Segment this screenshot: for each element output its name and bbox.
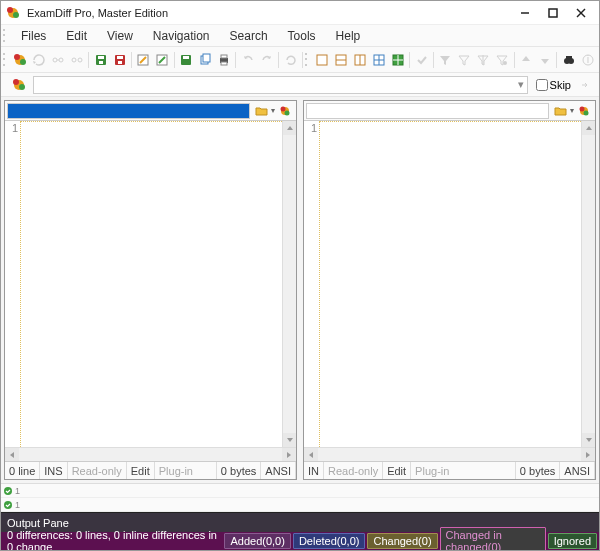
svg-point-58	[4, 501, 12, 509]
address-combo[interactable]: ▾	[33, 76, 528, 94]
status-ignored[interactable]: Ignored	[548, 533, 597, 549]
compare-icon[interactable]	[11, 50, 30, 70]
left-ins: INS	[40, 462, 67, 479]
svg-point-55	[580, 106, 585, 111]
map-row[interactable]: 1	[1, 484, 599, 498]
compare-small2-icon[interactable]	[276, 103, 294, 119]
skip-checkbox[interactable]	[536, 79, 548, 91]
scroll-down-icon[interactable]	[582, 433, 595, 447]
menu-search[interactable]: Search	[220, 26, 278, 46]
scroll-left-icon[interactable]	[5, 448, 19, 461]
unlink-icon[interactable]	[67, 50, 86, 70]
scroll-left-icon[interactable]	[304, 448, 318, 461]
scroll-right-icon[interactable]	[282, 448, 296, 461]
scroll-down-icon[interactable]	[283, 433, 296, 447]
go-icon[interactable]	[575, 75, 595, 95]
info-icon[interactable]: i	[578, 50, 597, 70]
pane-vert-icon[interactable]	[350, 50, 369, 70]
left-status-bar: 0 line INS Read-only Edit Plug-in 0 byte…	[5, 461, 296, 479]
output-pane-title: Output Pane	[7, 517, 69, 529]
menu-files[interactable]: Files	[11, 26, 56, 46]
scroll-right-icon[interactable]	[581, 448, 595, 461]
right-pane: ▾ 1 IN Read-only Edit Plug-in 0 bytes AN…	[303, 100, 596, 480]
svg-point-49	[13, 79, 19, 85]
undo-icon[interactable]	[238, 50, 257, 70]
link-icon[interactable]	[48, 50, 67, 70]
save2-icon[interactable]	[177, 50, 196, 70]
svg-point-9	[20, 59, 26, 65]
save-icon[interactable]	[91, 50, 110, 70]
right-scrollbar-v[interactable]	[581, 121, 595, 447]
folder-open-icon[interactable]	[552, 103, 570, 119]
redo-icon[interactable]	[257, 50, 276, 70]
svg-point-1	[7, 7, 13, 13]
sync-icon	[3, 486, 13, 496]
svg-point-52	[281, 106, 286, 111]
menu-navigation[interactable]: Navigation	[143, 26, 220, 46]
right-editor[interactable]: 1	[304, 121, 595, 447]
close-button[interactable]	[567, 3, 595, 23]
sync-icon	[3, 500, 13, 510]
left-edit[interactable]: Edit	[127, 462, 155, 479]
pane-quad-icon[interactable]	[369, 50, 388, 70]
svg-point-53	[285, 110, 290, 115]
menu-edit[interactable]: Edit	[56, 26, 97, 46]
pane-horiz-icon[interactable]	[332, 50, 351, 70]
right-textarea[interactable]	[320, 121, 581, 447]
filter1-icon[interactable]	[436, 50, 455, 70]
left-pane-header: ▾	[5, 101, 296, 121]
map-row[interactable]: 1	[1, 498, 599, 512]
scroll-up-icon[interactable]	[582, 121, 595, 135]
print-icon[interactable]	[215, 50, 234, 70]
copy-icon[interactable]	[196, 50, 215, 70]
filter3-icon[interactable]	[474, 50, 493, 70]
status-added[interactable]: Added(0,0)	[224, 533, 290, 549]
edit-icon[interactable]	[134, 50, 153, 70]
pane-green-icon[interactable]	[388, 50, 407, 70]
menu-tools[interactable]: Tools	[278, 26, 326, 46]
left-scrollbar-v[interactable]	[282, 121, 296, 447]
map-row-label: 1	[15, 486, 20, 496]
compare-small-icon[interactable]	[9, 75, 29, 95]
menu-help[interactable]: Help	[326, 26, 371, 46]
refresh-icon[interactable]	[281, 50, 300, 70]
pane-single-icon[interactable]	[313, 50, 332, 70]
save-red-icon[interactable]	[110, 50, 129, 70]
status-changed[interactable]: Changed(0)	[367, 533, 437, 549]
svg-point-56	[584, 110, 589, 115]
left-scrollbar-h[interactable]	[5, 447, 296, 461]
left-textarea[interactable]	[21, 121, 282, 447]
right-edit[interactable]: Edit	[383, 462, 411, 479]
window-title: ExamDiff Pro, Master Edition	[27, 7, 511, 19]
binoculars-icon[interactable]	[559, 50, 578, 70]
status-deleted[interactable]: Deleted(0,0)	[293, 533, 366, 549]
left-path-input[interactable]	[7, 103, 250, 119]
left-editor[interactable]: 1	[5, 121, 296, 447]
svg-rect-28	[221, 55, 227, 58]
status-changed-in-changed[interactable]: Changed in changed(0)	[440, 527, 546, 551]
status-summary: 0 differences: 0 lines, 0 inline differe…	[3, 529, 222, 551]
svg-rect-17	[99, 61, 103, 64]
folder-open-icon[interactable]	[253, 103, 271, 119]
dropdown-icon[interactable]: ▾	[271, 106, 275, 115]
svg-rect-19	[117, 56, 123, 59]
right-readonly: Read-only	[324, 462, 383, 479]
right-path-input[interactable]	[306, 103, 549, 119]
svg-rect-4	[549, 9, 557, 17]
maximize-button[interactable]	[539, 3, 567, 23]
right-scrollbar-h[interactable]	[304, 447, 595, 461]
down-icon[interactable]	[535, 50, 554, 70]
diff-map: 1 1	[1, 483, 599, 512]
edit2-icon[interactable]	[153, 50, 172, 70]
menu-view[interactable]: View	[97, 26, 143, 46]
filter2-icon[interactable]	[455, 50, 474, 70]
recompare-icon[interactable]	[30, 50, 49, 70]
minimize-button[interactable]	[511, 3, 539, 23]
compare-small3-icon[interactable]	[575, 103, 593, 119]
scroll-up-icon[interactable]	[283, 121, 296, 135]
dropdown-icon[interactable]: ▾	[570, 106, 574, 115]
check-icon[interactable]	[412, 50, 431, 70]
up-icon[interactable]	[517, 50, 536, 70]
filter4-icon[interactable]	[493, 50, 512, 70]
status-bar: 0 differences: 0 lines, 0 inline differe…	[1, 532, 599, 550]
